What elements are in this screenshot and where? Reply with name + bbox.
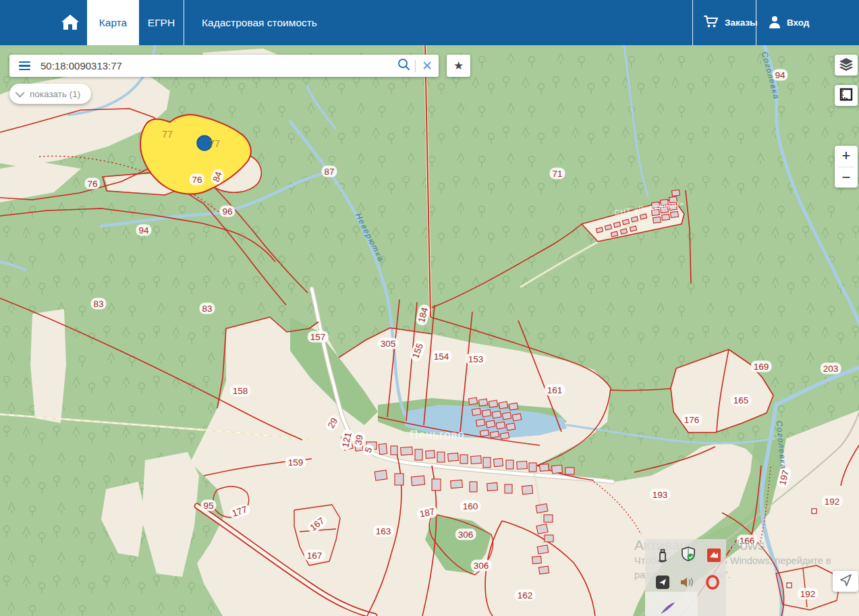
search-button[interactable]	[392, 55, 415, 77]
star-icon: ★	[453, 59, 464, 73]
volume-icon[interactable]	[679, 574, 695, 590]
search-icon	[397, 58, 410, 74]
app-red-icon[interactable]	[706, 547, 722, 563]
tab-cadastral-value[interactable]: Кадастровая стоимость	[184, 0, 335, 45]
cursor-dark-icon[interactable]	[655, 574, 671, 590]
my-location-button[interactable]	[833, 571, 858, 592]
cart-icon	[704, 16, 719, 30]
selection-marker[interactable]	[197, 136, 212, 150]
zoom-out-button[interactable]: −	[835, 167, 858, 188]
search-bar: ✕	[9, 55, 439, 77]
layers-icon	[839, 57, 854, 74]
cadastral-map-app: 7676849694877194838315815730518415515415…	[0, 0, 859, 616]
layers-button[interactable]	[835, 55, 858, 76]
tab-egrn[interactable]: ЕГРН	[139, 0, 184, 45]
menu-button[interactable]	[9, 55, 39, 77]
security-shield-icon[interactable]	[680, 546, 696, 562]
login-label: Вход	[787, 18, 809, 28]
usb-drive-icon[interactable]	[655, 547, 671, 563]
zoom-control: + −	[835, 146, 858, 188]
login-button[interactable]: Вход	[756, 0, 821, 45]
show-results-label: показать (1)	[30, 89, 80, 99]
map-canvas[interactable]	[0, 45, 859, 616]
show-results-toggle[interactable]: показать (1)	[9, 84, 91, 104]
orders-label: Заказы	[725, 18, 758, 28]
close-icon: ✕	[422, 59, 433, 72]
map-graphics	[0, 45, 859, 616]
ruler-icon	[839, 88, 853, 104]
chevron-down-icon	[16, 88, 25, 98]
measure-button[interactable]	[835, 85, 858, 106]
opera-browser-icon[interactable]	[704, 574, 721, 590]
tab-map[interactable]: Карта	[87, 0, 139, 45]
top-navbar: Карта ЕГРН Кадастровая стоимость Заказы …	[0, 0, 859, 45]
home-button[interactable]	[54, 0, 86, 45]
clear-search-button[interactable]: ✕	[416, 55, 439, 77]
location-arrow-icon	[839, 573, 852, 590]
home-icon	[60, 12, 80, 34]
user-icon	[769, 16, 781, 30]
favorites-button[interactable]: ★	[447, 55, 470, 77]
zoom-in-button[interactable]: +	[835, 146, 858, 167]
feather-pen-icon[interactable]	[660, 600, 676, 616]
system-tray-popup	[645, 539, 726, 616]
search-input[interactable]	[39, 59, 392, 72]
